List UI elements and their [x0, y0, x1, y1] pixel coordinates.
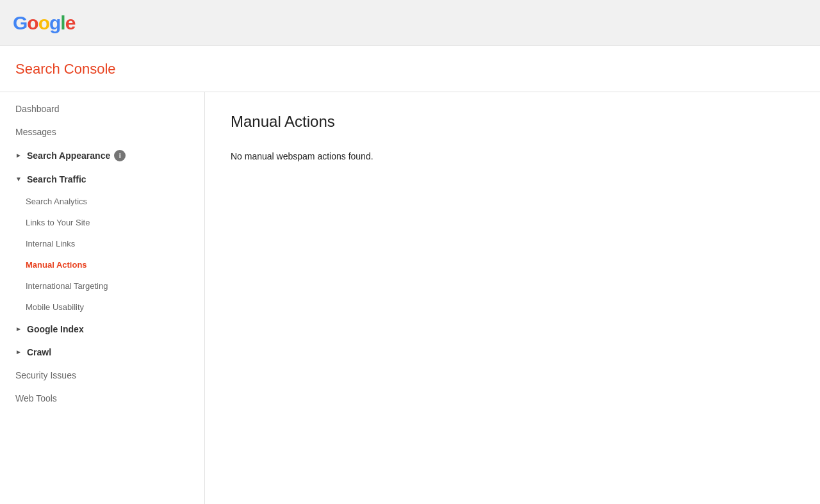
sidebar-item-mobile-usability[interactable]: Mobile Usability: [0, 297, 204, 318]
google-index-label: Google Index: [27, 324, 84, 334]
app-title: Search Console: [15, 61, 116, 77]
content-area: Manual Actions No manual webspam actions…: [205, 92, 820, 504]
logo-g2: g: [49, 12, 60, 33]
sidebar-item-security-issues[interactable]: Security Issues: [0, 364, 204, 387]
links-to-your-site-label: Links to Your Site: [26, 218, 90, 227]
sidebar-item-google-index[interactable]: ► Google Index: [0, 318, 204, 341]
manual-actions-label: Manual Actions: [26, 260, 87, 270]
crawl-label: Crawl: [27, 347, 51, 357]
logo-l: l: [60, 12, 65, 33]
mobile-usability-label: Mobile Usability: [26, 302, 84, 312]
chevron-right-icon-2: ►: [15, 325, 23, 333]
sidebar-item-search-traffic[interactable]: ▼ Search Traffic: [0, 168, 204, 191]
search-appearance-label: Search Appearance: [27, 150, 110, 161]
search-traffic-label: Search Traffic: [27, 174, 86, 184]
sidebar-item-search-analytics[interactable]: Search Analytics: [0, 191, 204, 212]
logo-o2: o: [38, 12, 49, 33]
sidebar-item-links-to-your-site[interactable]: Links to Your Site: [0, 212, 204, 233]
search-analytics-label: Search Analytics: [26, 197, 87, 206]
sidebar-item-manual-actions[interactable]: Manual Actions: [0, 254, 204, 275]
sidebar-item-crawl[interactable]: ► Crawl: [0, 341, 204, 364]
international-targeting-label: International Targeting: [26, 281, 108, 291]
logo-o1: o: [27, 12, 38, 33]
sidebar-item-web-tools[interactable]: Web Tools: [0, 387, 204, 410]
sidebar-item-internal-links[interactable]: Internal Links: [0, 233, 204, 254]
security-issues-label: Security Issues: [15, 370, 76, 380]
google-logo: Google: [13, 12, 75, 34]
sidebar-item-search-appearance[interactable]: ► Search Appearance i: [0, 143, 204, 168]
messages-label: Messages: [15, 127, 56, 137]
no-actions-message: No manual webspam actions found.: [231, 151, 794, 161]
chevron-right-icon-3: ►: [15, 348, 23, 356]
web-tools-label: Web Tools: [15, 393, 57, 403]
sidebar-item-international-targeting[interactable]: International Targeting: [0, 275, 204, 297]
chevron-down-icon: ▼: [15, 175, 23, 183]
top-bar: Google: [0, 0, 820, 46]
internal-links-label: Internal Links: [26, 239, 75, 248]
sidebar-item-messages[interactable]: Messages: [0, 120, 204, 143]
sidebar: Dashboard Messages ► Search Appearance i…: [0, 92, 205, 504]
chevron-right-icon: ►: [15, 152, 23, 159]
info-icon[interactable]: i: [114, 150, 126, 161]
title-bar: Search Console: [0, 46, 820, 92]
logo-e: e: [65, 12, 76, 33]
logo-g1: G: [13, 12, 27, 33]
page-title: Manual Actions: [231, 113, 794, 131]
dashboard-label: Dashboard: [15, 104, 60, 114]
sidebar-item-dashboard[interactable]: Dashboard: [0, 97, 204, 120]
main-layout: Dashboard Messages ► Search Appearance i…: [0, 92, 820, 504]
